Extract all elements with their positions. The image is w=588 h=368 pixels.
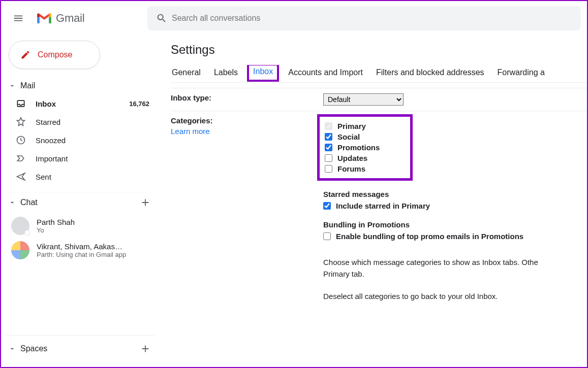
new-space-button[interactable] [138,342,152,356]
app-name: Gmail [56,12,84,25]
compose-label: Compose [38,50,72,59]
bundling-heading: Bundling in Promotions [323,220,587,229]
sidebar-item-snoozed[interactable]: Snoozed [6,131,154,149]
pencil-icon [20,50,30,60]
send-icon [15,172,26,182]
chevron-down-icon [8,198,16,207]
inbox-icon [15,98,26,109]
include-starred-option[interactable]: Include starred in Primary [323,200,587,211]
category-forums-checkbox[interactable] [325,165,332,173]
sidebar-item-sent[interactable]: Sent [6,168,154,186]
bundling-option[interactable]: Enable bundling of top promo emails in P… [323,231,587,242]
categories-description: Choose which message categories to show … [323,257,587,280]
important-icon [15,153,26,163]
category-promotions-checkbox[interactable] [325,144,332,151]
page-title: Settings [171,43,587,57]
category-promotions[interactable]: Promotions [325,142,380,153]
tab-accounts[interactable]: Accounts and Import [287,65,364,80]
chat-item[interactable]: Vikrant, Shivam, Aakas… Parth: Using cha… [6,238,154,262]
category-updates-checkbox[interactable] [325,154,332,162]
sidebar-item-starred[interactable]: Starred [6,113,154,131]
tab-forwarding[interactable]: Forwarding a [497,65,546,80]
tab-general[interactable]: General [171,65,202,80]
inbox-type-label: Inbox type: [171,93,323,106]
mail-section-header[interactable]: Mail [6,78,154,94]
search-input[interactable] [172,14,577,23]
bundling-checkbox[interactable] [323,232,331,240]
learn-more-link[interactable]: Learn more [171,127,323,136]
spaces-section-header[interactable]: Spaces [6,335,154,360]
settings-tabs: General Labels Inbox Accounts and Import… [171,65,587,83]
chevron-down-icon [8,345,16,353]
tab-labels[interactable]: Labels [213,65,239,80]
category-updates[interactable]: Updates [325,153,380,163]
tab-inbox[interactable]: Inbox [247,65,279,82]
avatar [11,241,29,259]
gmail-logo-icon [36,12,53,25]
main-menu-button[interactable] [6,6,30,30]
mail-nav: Inbox 16,762 Starred Snoozed Important S… [6,94,154,191]
sidebar-item-important[interactable]: Important [6,149,154,168]
category-primary: Primary [325,121,380,131]
new-chat-button[interactable] [138,195,152,210]
categories-description-2: Deselect all categories to go back to yo… [323,291,587,303]
avatar [11,217,29,235]
search-bar[interactable] [147,6,581,30]
chat-item[interactable]: Parth Shah Yo [6,214,154,238]
categories-label: Categories: [171,116,213,125]
chat-section-header[interactable]: Chat [6,192,154,214]
chevron-down-icon [8,82,16,90]
category-social-checkbox[interactable] [325,133,332,141]
starred-messages-heading: Starred messages [323,190,587,198]
clock-icon [15,135,26,145]
category-forums[interactable]: Forums [325,163,380,174]
gmail-logo[interactable]: Gmail [30,12,147,25]
categories-highlight-box: Primary Social Promotions Updates [317,114,413,181]
category-primary-checkbox [325,122,332,130]
star-icon [15,117,26,127]
sidebar-item-inbox[interactable]: Inbox 16,762 [6,94,154,113]
include-starred-checkbox[interactable] [323,202,331,210]
compose-button[interactable]: Compose [9,41,100,69]
search-icon[interactable] [151,13,172,24]
inbox-type-select[interactable]: Default [323,93,404,106]
category-social[interactable]: Social [325,131,380,142]
tab-filters[interactable]: Filters and blocked addresses [375,65,485,80]
